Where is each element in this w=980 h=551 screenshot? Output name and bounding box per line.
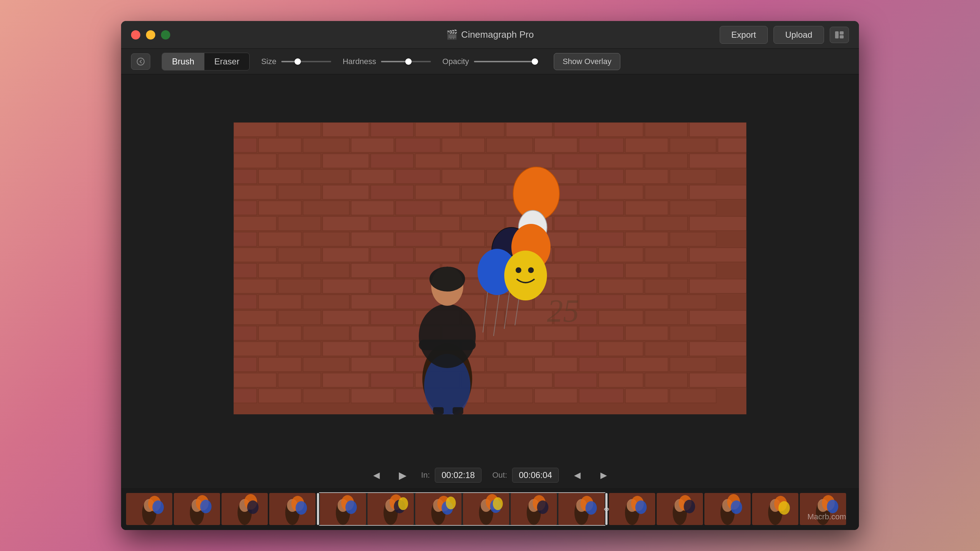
svg-rect-0 (835, 31, 838, 38)
timeline-thumb-6[interactable] (368, 493, 414, 525)
app-window: 🎬 Cinemagraph Pro Export Upload Brush (121, 21, 859, 530)
in-label: In: (421, 470, 430, 480)
svg-rect-30 (323, 154, 369, 168)
maximize-button[interactable] (161, 30, 170, 40)
svg-rect-47 (579, 170, 624, 184)
timeline-thumb-3[interactable] (221, 493, 268, 525)
svg-rect-170 (689, 342, 746, 356)
svg-rect-135 (579, 295, 624, 309)
svg-rect-8 (371, 122, 414, 137)
opacity-slider-group: Opacity (442, 57, 538, 66)
back-button[interactable] (131, 53, 150, 70)
svg-rect-211 (453, 407, 463, 414)
out-next-button[interactable]: ▶ (596, 467, 611, 483)
svg-rect-86 (351, 232, 394, 246)
timeline-thumb-4[interactable] (269, 493, 315, 525)
svg-point-290 (684, 500, 695, 513)
svg-rect-43 (396, 170, 440, 184)
svg-rect-182 (234, 373, 276, 387)
timeline-thumb-12[interactable] (657, 493, 703, 525)
svg-rect-87 (396, 232, 440, 246)
svg-rect-55 (461, 185, 504, 199)
svg-rect-173 (303, 357, 349, 372)
svg-rect-31 (371, 154, 414, 168)
svg-rect-139 (278, 310, 321, 325)
svg-point-305 (827, 500, 838, 513)
close-button[interactable] (131, 30, 140, 40)
timeline-thumb-14[interactable] (752, 493, 799, 525)
eraser-button[interactable]: Eraser (204, 53, 250, 70)
svg-rect-83 (234, 232, 257, 246)
svg-point-208 (430, 267, 465, 292)
svg-rect-19 (351, 138, 394, 152)
timeline-thumb-2[interactable] (174, 493, 220, 525)
svg-rect-195 (303, 389, 349, 403)
svg-rect-183 (278, 373, 321, 387)
svg-rect-115 (670, 264, 716, 278)
size-slider[interactable] (281, 61, 331, 62)
svg-rect-28 (234, 154, 276, 168)
size-label: Size (261, 57, 276, 66)
svg-rect-141 (371, 310, 414, 325)
svg-rect-71 (670, 201, 716, 215)
svg-rect-181 (670, 357, 716, 372)
svg-rect-9 (415, 122, 460, 137)
svg-rect-171 (234, 357, 257, 372)
svg-rect-65 (396, 201, 440, 215)
play-button[interactable]: ▶ (395, 467, 410, 483)
svg-rect-61 (234, 201, 257, 215)
timeline-thumb-1[interactable] (126, 493, 172, 525)
out-prev-button[interactable]: ◀ (570, 467, 585, 483)
svg-rect-92 (625, 232, 668, 246)
svg-rect-113 (579, 264, 624, 278)
timeline-thumb-9[interactable] (511, 493, 557, 525)
prev-frame-button[interactable]: ◀ (369, 467, 384, 483)
out-label: Out: (492, 470, 507, 480)
svg-rect-114 (625, 264, 668, 278)
svg-point-242 (247, 500, 259, 514)
svg-rect-131 (396, 295, 440, 309)
minimize-button[interactable] (146, 30, 155, 40)
svg-rect-13 (598, 122, 643, 137)
svg-rect-179 (579, 357, 624, 372)
opacity-slider[interactable] (474, 61, 538, 62)
timeline-thumb-10[interactable] (558, 493, 605, 525)
timeline-thumb-7[interactable] (415, 493, 461, 525)
svg-rect-79 (554, 216, 597, 231)
svg-rect-66 (442, 201, 485, 215)
svg-rect-11 (506, 122, 552, 137)
svg-rect-178 (535, 357, 577, 372)
watermark: Macrb.com (807, 512, 846, 521)
svg-point-270 (493, 497, 503, 510)
svg-point-3 (137, 58, 144, 65)
svg-rect-157 (579, 326, 624, 340)
svg-rect-42 (351, 170, 394, 184)
show-overlay-button[interactable]: Show Overlay (554, 53, 620, 70)
brush-button[interactable]: Brush (162, 53, 204, 70)
timeline-thumb-13[interactable] (705, 493, 751, 525)
timeline-thumb-11[interactable] (609, 493, 655, 525)
svg-rect-169 (645, 342, 688, 356)
timeline[interactable]: ⇔ (121, 488, 859, 530)
svg-rect-129 (303, 295, 349, 309)
svg-rect-190 (598, 373, 643, 387)
svg-rect-98 (415, 248, 460, 262)
svg-rect-104 (689, 248, 746, 262)
video-frame: 25 (234, 122, 746, 414)
export-button[interactable]: Export (720, 26, 768, 44)
svg-point-258 (398, 497, 408, 510)
hardness-slider[interactable] (381, 61, 431, 62)
svg-rect-1 (840, 31, 843, 35)
svg-rect-40 (259, 170, 301, 184)
timeline-thumb-5[interactable] (320, 493, 366, 525)
svg-rect-35 (554, 154, 597, 168)
timeline-thumb-8[interactable] (463, 493, 509, 525)
layout-toggle-button[interactable] (830, 27, 849, 43)
upload-button[interactable]: Upload (773, 26, 824, 44)
svg-point-225 (515, 267, 521, 273)
svg-rect-184 (323, 373, 369, 387)
svg-rect-62 (259, 201, 301, 215)
in-time-value: 00:02:18 (435, 468, 482, 483)
svg-rect-52 (323, 185, 369, 199)
svg-rect-149 (234, 326, 257, 340)
